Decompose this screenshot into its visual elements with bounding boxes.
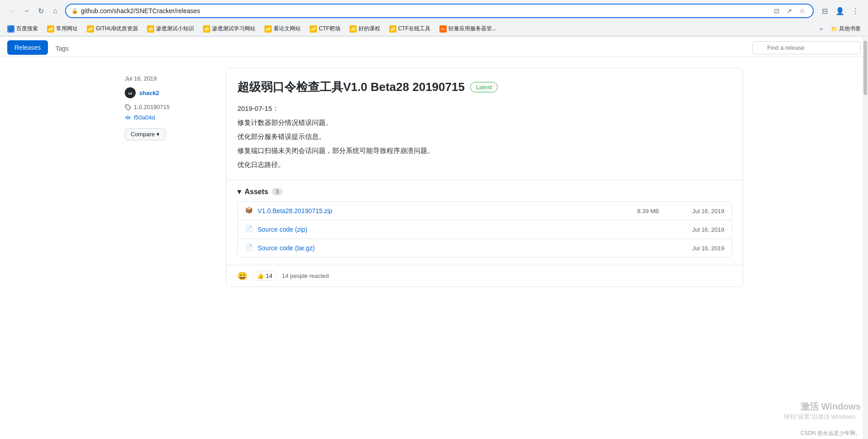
release-note-2: 优化部分服务错误提示信息。 xyxy=(237,130,732,143)
release-note-3: 修复端口扫描未关闭会话问题，部分系统可能导致程序崩溃问题。 xyxy=(237,144,732,157)
assets-count: 3 xyxy=(272,188,282,196)
release-sidebar: Jul 16, 2019 s2 shack2 1.0.20190715 f50a… xyxy=(125,68,215,287)
commit-icon xyxy=(125,115,131,121)
assets-list: 📦 V1.0.Beta28.20190715.zip 8.39 MB Jul 1… xyxy=(237,201,732,258)
scrollbar[interactable] xyxy=(863,36,868,439)
bookmark-setouch-label: 渗透测试小知识 xyxy=(156,25,194,33)
bookmark-setouch[interactable]: 📁 渗透测试小知识 xyxy=(143,24,198,34)
compare-label: Compare xyxy=(131,131,155,138)
ctf-icon: 📁 xyxy=(310,25,317,33)
browser-chrome: ← → ↻ ⌂ 🔒 github.com/shack2/SNETCracker/… xyxy=(0,0,868,37)
bookmark-changyong-label: 常用网址 xyxy=(56,25,78,33)
author-name[interactable]: shack2 xyxy=(139,90,159,96)
address-icons: ⊡ ↗ ☆ xyxy=(771,5,807,16)
release-tag-row: 1.0.20190715 xyxy=(125,104,215,110)
release-header: 超级弱口令检查工具V1.0 Beta28 20190715 Latest 201… xyxy=(226,68,743,180)
source-targz-icon: 📄 xyxy=(245,243,254,253)
release-date: Jul 16, 2019 xyxy=(125,75,215,82)
home-button[interactable]: ⌂ xyxy=(49,5,61,17)
back-button[interactable]: ← xyxy=(5,5,18,17)
release-tag-value: 1.0.20190715 xyxy=(134,104,170,110)
bookmark-papers[interactable]: 📁 看论文网站 xyxy=(261,24,304,34)
bookmark-other-label: 其他书签 xyxy=(839,25,861,33)
release-date-line: 2019-07-15： xyxy=(237,102,732,115)
bookmark-papers-label: 看论文网站 xyxy=(274,25,301,33)
browser-actions: ⊟ 👤 ⋮ xyxy=(817,4,863,18)
ctftool-icon: 📁 xyxy=(389,25,396,33)
bookmark-light-label: 轻量应用服务器管... xyxy=(448,25,496,33)
author-avatar: s2 xyxy=(125,87,136,98)
bookmark-courses[interactable]: 📁 好的课程 xyxy=(346,24,384,34)
release-body: 2019-07-15： 修复计数器部分情况错误问题。 优化部分服务错误提示信息。… xyxy=(237,102,732,171)
screenshot-icon[interactable]: ⊡ xyxy=(771,5,782,16)
reload-button[interactable]: ↻ xyxy=(34,5,47,17)
add-reaction-button[interactable]: 😀 xyxy=(237,271,247,281)
light-icon: ↩ xyxy=(439,25,447,33)
address-bar[interactable]: 🔒 github.com/shack2/SNETCracker/releases… xyxy=(65,4,814,18)
compare-chevron-icon: ▾ xyxy=(156,131,160,138)
asset-size-0: 8.39 MB xyxy=(623,208,659,215)
reaction-text: 14 people reacted xyxy=(282,272,329,279)
menu-button[interactable]: ⋮ xyxy=(848,4,863,18)
bookmark-ctf-label: CTF靶场 xyxy=(319,25,340,33)
assets-chevron-icon: ▾ xyxy=(237,187,241,196)
bookmark-star-icon[interactable]: ☆ xyxy=(797,5,807,16)
asset-date-1: Jul 16, 2019 xyxy=(670,226,724,233)
release-card: 超级弱口令检查工具V1.0 Beta28 20190715 Latest 201… xyxy=(226,68,743,287)
bookmark-courses-label: 好的课程 xyxy=(359,25,380,33)
latest-badge: Latest xyxy=(470,82,498,92)
other-icon: 📁 xyxy=(831,26,838,32)
release-commit-row: f50a04d xyxy=(125,114,215,121)
bookmark-other[interactable]: 📁 其他书签 xyxy=(827,24,864,34)
papers-icon: 📁 xyxy=(264,25,272,33)
asset-name-0[interactable]: V1.0.Beta28.20190715.zip xyxy=(258,207,623,215)
bookmark-ctf[interactable]: 📁 CTF靶场 xyxy=(306,24,344,34)
release-title: 超级弱口令检查工具V1.0 Beta28 20190715 xyxy=(237,79,465,95)
find-release-container: 🔍 xyxy=(752,41,861,54)
forward-button[interactable]: → xyxy=(20,5,33,17)
svg-text:s2: s2 xyxy=(128,91,132,95)
assets-section: ▾ Assets 3 📦 V1.0.Beta28.20190715.zip 8.… xyxy=(226,180,743,265)
asset-name-2[interactable]: Source code (tar.gz) xyxy=(258,244,623,252)
asset-name-1[interactable]: Source code (zip) xyxy=(258,226,623,233)
release-author-row: s2 shack2 xyxy=(125,87,215,98)
split-screen-button[interactable]: ⊟ xyxy=(817,4,832,18)
compare-button[interactable]: Compare ▾ xyxy=(125,128,165,140)
asset-row: 📄 Source code (zip) Jul 16, 2019 xyxy=(238,220,731,239)
bookmark-ctftool-label: CTF在线工具 xyxy=(398,25,430,33)
setlearn-icon: 📁 xyxy=(203,25,210,33)
reaction-count: 14 xyxy=(266,272,272,279)
asset-row: 📦 V1.0.Beta28.20190715.zip 8.39 MB Jul 1… xyxy=(238,202,731,220)
releases-tab[interactable]: Releases xyxy=(7,40,48,55)
baidu-icon: 🔵 xyxy=(7,25,14,33)
release-note-4: 优化日志路径。 xyxy=(237,158,732,171)
bookmark-github[interactable]: 📁 GITHUB优质资源 xyxy=(83,24,142,34)
assets-header[interactable]: ▾ Assets 3 xyxy=(237,187,732,196)
scrollbar-thumb[interactable] xyxy=(863,41,867,95)
find-release-wrapper: 🔍 xyxy=(752,41,861,54)
bookmark-setlearn[interactable]: 📁 渗透测试学习网站 xyxy=(199,24,259,34)
thumbs-up-reaction[interactable]: 👍 14 xyxy=(252,271,277,281)
bookmark-light[interactable]: ↩ 轻量应用服务器管... xyxy=(436,24,500,34)
bookmark-ctftool[interactable]: 📁 CTF在线工具 xyxy=(386,24,434,34)
browser-toolbar: ← → ↻ ⌂ 🔒 github.com/shack2/SNETCracker/… xyxy=(0,0,868,22)
asset-date-2: Jul 16, 2019 xyxy=(670,245,724,252)
release-main: 超级弱口令检查工具V1.0 Beta28 20190715 Latest 201… xyxy=(226,68,743,287)
lock-icon: 🔒 xyxy=(71,8,78,14)
bookmarks-more[interactable]: » xyxy=(817,24,826,33)
bookmark-changyong[interactable]: 📁 常用网址 xyxy=(43,24,81,34)
reactions-row: 😀 👍 14 14 people reacted xyxy=(226,265,743,286)
tags-tab[interactable]: Tags xyxy=(48,41,76,56)
find-release-input[interactable] xyxy=(752,41,861,54)
thumbs-up-emoji: 👍 xyxy=(257,272,264,279)
profile-button[interactable]: 👤 xyxy=(833,4,847,18)
release-note-1: 修复计数器部分情况错误问题。 xyxy=(237,116,732,129)
bookmark-baidu-label: 百度搜索 xyxy=(16,25,38,33)
zip-file-icon: 📦 xyxy=(245,206,254,215)
share-icon[interactable]: ↗ xyxy=(784,5,795,16)
bookmark-baidu[interactable]: 🔵 百度搜索 xyxy=(4,24,42,34)
nav-buttons: ← → ↻ ⌂ xyxy=(5,5,61,17)
page-content: Releases Tags 🔍 Jul 16, 2019 s2 shack2 1… xyxy=(0,37,868,439)
release-commit-value[interactable]: f50a04d xyxy=(134,114,155,121)
source-zip-icon: 📄 xyxy=(245,225,254,234)
